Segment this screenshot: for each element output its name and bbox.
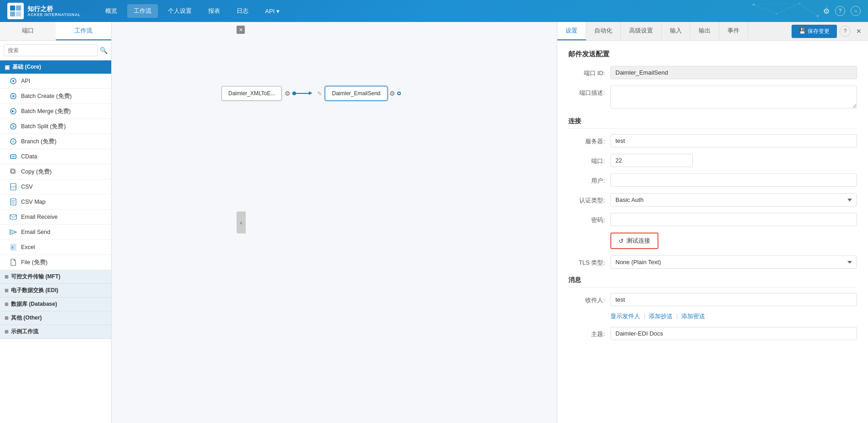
app-title: 知行之桥 <box>27 5 81 13</box>
sidebar-item-csv-map[interactable]: CSV Map <box>0 195 111 210</box>
file-icon <box>9 258 17 266</box>
csvmap-icon <box>9 198 17 206</box>
sidebar-item-batch-split[interactable]: Batch Split (免费) <box>0 119 111 134</box>
recipient-label: 收件人: <box>568 293 605 304</box>
conn-port-control <box>610 154 857 167</box>
port-desc-textarea[interactable] <box>610 86 857 108</box>
svg-rect-22 <box>11 169 14 173</box>
show-sender-link[interactable]: 显示发件人 <box>610 313 640 320</box>
sidebar-item-batch-create[interactable]: Batch Create (免费) <box>0 89 111 104</box>
sidebar-group-examples[interactable]: ⊞ 示例工作流 <box>0 325 111 339</box>
nav-decoration <box>740 0 831 22</box>
sidebar-group-database[interactable]: ⊞ 数据库 (Database) <box>0 298 111 311</box>
panel-close-button[interactable]: ✕ <box>853 26 864 37</box>
tls-select[interactable]: None (Plain Text) TLS STARTTLS <box>610 255 857 269</box>
target-node-gear[interactable]: ⚙ <box>389 90 395 97</box>
sidebar-item-copy[interactable]: Copy (免费) <box>0 164 111 179</box>
nav-personal[interactable]: 个人设置 <box>162 4 198 18</box>
sidebar-item-branch[interactable]: Branch (免费) <box>0 134 111 149</box>
sidebar-tab-workflow[interactable]: 工作流 <box>56 22 112 40</box>
panel-tab-events[interactable]: 事件 <box>719 22 748 40</box>
canvas-toggle-btn[interactable]: ‹ <box>237 212 246 233</box>
panel-tab-automation[interactable]: 自动化 <box>586 22 621 40</box>
sidebar-item-label: CSV <box>21 184 33 190</box>
panel-tabs: 设置 自动化 高级设置 输入 输出 事件 💾 保存变更 ? ✕ <box>557 22 868 41</box>
test-connect-button[interactable]: ↺ 测试连接 <box>610 233 658 249</box>
panel-tab-settings[interactable]: 设置 <box>557 22 586 40</box>
recipient-input[interactable] <box>610 293 857 306</box>
server-label: 服务器: <box>568 134 605 146</box>
panel-tab-input[interactable]: 输入 <box>662 22 690 40</box>
top-navbar: 知行之桥 ACKEE INTERNATIONAL 概览 工作流 个人设置 报表 … <box>0 0 868 22</box>
nav-workflow[interactable]: 工作流 <box>127 4 158 18</box>
sidebar-group-edi[interactable]: ⊞ 电子数据交换 (EDI) <box>0 284 111 298</box>
add-bcc-link[interactable]: 添加密送 <box>681 313 705 320</box>
canvas-close[interactable]: ✕ <box>237 26 245 34</box>
nav-logs[interactable]: 日志 <box>230 4 255 18</box>
sidebar-item-label: Email Send <box>21 229 50 235</box>
panel-tab-actions: 💾 保存变更 ? ✕ <box>788 22 868 40</box>
auth-label: 认证类型: <box>568 193 605 205</box>
sidebar-tab-ports[interactable]: 端口 <box>0 22 56 40</box>
port-desc-row: 端口描述: <box>568 86 857 110</box>
sidebar-item-excel[interactable]: X Excel <box>0 240 111 255</box>
settings-icon[interactable]: ⚙ <box>823 7 830 16</box>
sidebar-group-other[interactable]: ⊞ 其他 (Other) <box>0 311 111 325</box>
sidebar-item-batch-merge[interactable]: Batch Merge (免费) <box>0 104 111 119</box>
sidebar-item-label: Batch Split (免费) <box>21 123 66 130</box>
sidebar-item-email-receive[interactable]: Email Receive <box>0 210 111 225</box>
sidebar-item-email-send[interactable]: Email Send <box>0 225 111 240</box>
conn-port-input[interactable] <box>610 154 693 167</box>
help-icon[interactable]: ? <box>835 6 845 16</box>
password-label: 密码: <box>568 213 605 224</box>
panel-tab-advanced[interactable]: 高级设置 <box>621 22 662 40</box>
tls-control: None (Plain Text) TLS STARTTLS <box>610 255 857 269</box>
svg-rect-26 <box>10 215 16 219</box>
subject-input[interactable] <box>610 327 857 340</box>
svg-line-11 <box>799 4 818 16</box>
source-node-container: Daimler_XMLToE... ⚙ <box>221 86 291 101</box>
svg-line-13 <box>754 4 799 5</box>
sidebar-section-core[interactable]: ▣ 基础 (Core) <box>0 60 111 74</box>
panel-help-button[interactable]: ? <box>840 26 851 37</box>
nav-reports[interactable]: 报表 <box>202 4 226 18</box>
source-node-gear[interactable]: ⚙ <box>285 90 291 97</box>
sidebar-item-file[interactable]: File (免费) <box>0 255 111 270</box>
sidebar-group-mft[interactable]: ⊞ 可控文件传输 (MFT) <box>0 270 111 284</box>
sidebar-item-cdata[interactable]: CData <box>0 149 111 164</box>
svg-text:CSV: CSV <box>11 185 16 188</box>
password-input[interactable] <box>610 213 857 226</box>
svg-point-15 <box>12 80 14 82</box>
add-cc-link[interactable]: 添加抄送 <box>649 313 673 320</box>
save-button[interactable]: 💾 保存变更 <box>792 25 837 38</box>
test-connect-row: ↺ 测试连接 <box>568 233 857 249</box>
port-desc-control <box>610 86 857 110</box>
recipient-control <box>610 293 857 306</box>
cdata-icon <box>9 152 17 161</box>
search-button[interactable]: 🔍 <box>100 47 108 54</box>
nav-api[interactable]: API ▾ <box>259 4 286 18</box>
sidebar-item-label: Batch Merge (免费) <box>21 108 71 115</box>
search-input[interactable] <box>4 44 98 56</box>
nav-overview[interactable]: 概览 <box>99 4 124 18</box>
target-node-edit[interactable]: ✎ <box>317 90 322 97</box>
server-input[interactable] <box>610 134 857 147</box>
app-subtitle: ACKEE INTERNATIONAL <box>27 12 81 17</box>
sidebar-group-label: 数据库 (Database) <box>11 300 57 308</box>
test-connect-spacer <box>568 233 605 236</box>
sidebar-item-api[interactable]: API <box>0 74 111 89</box>
user-input[interactable] <box>610 174 857 187</box>
svg-line-9 <box>754 5 776 14</box>
source-node-label: Daimler_XMLToE... <box>228 90 275 97</box>
group-expand-icon: ⊞ <box>5 315 8 320</box>
source-node[interactable]: Daimler_XMLToE... <box>221 86 282 101</box>
user-icon[interactable]: ○ <box>851 6 861 16</box>
auth-select[interactable]: Basic Auth OAuth None <box>610 193 857 206</box>
port-id-control <box>610 66 857 79</box>
panel-tab-output[interactable]: 输出 <box>690 22 719 40</box>
target-node[interactable]: Daimler_EmailSend <box>325 86 387 101</box>
port-id-input[interactable] <box>610 66 857 79</box>
sidebar-tabs: 端口 工作流 <box>0 22 111 41</box>
sidebar-item-csv[interactable]: CSV CSV <box>0 179 111 195</box>
user-control <box>610 174 857 187</box>
